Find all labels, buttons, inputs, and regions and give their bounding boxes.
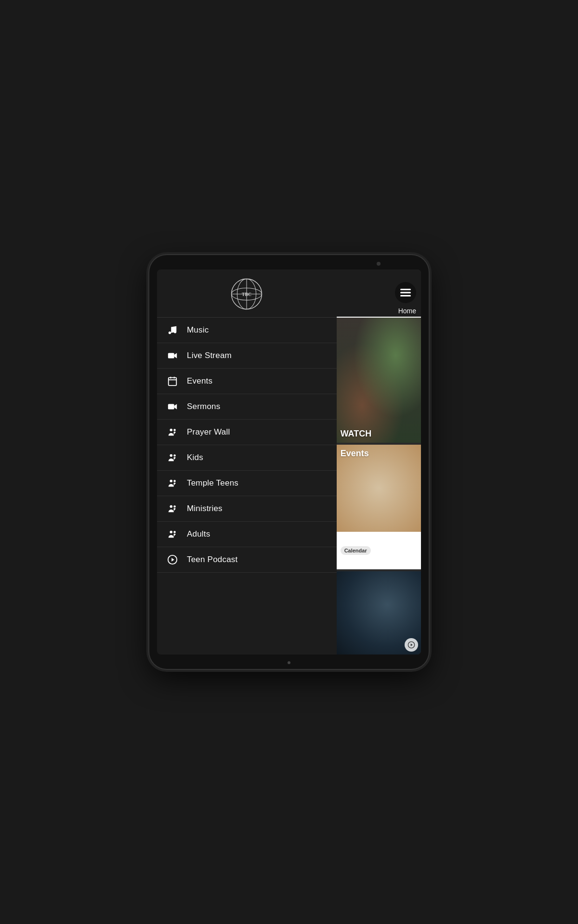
- share-icon: [407, 641, 415, 649]
- camera: [377, 262, 381, 266]
- events-bottom: Calendar: [337, 532, 421, 569]
- sidebar-item-teen-podcast-label: Teen Podcast: [187, 555, 237, 565]
- sidebar-item-events-label: Events: [187, 376, 212, 386]
- svg-point-21: [173, 531, 176, 533]
- svg-point-20: [170, 531, 173, 534]
- sidebar-item-music-label: Music: [187, 325, 209, 335]
- people-icon-prayer: [167, 426, 178, 438]
- svg-point-15: [173, 454, 176, 457]
- svg-rect-11: [168, 404, 174, 410]
- sidebar-item-events[interactable]: Events: [157, 369, 337, 394]
- svg-point-17: [173, 480, 176, 482]
- sidebar-item-music[interactable]: Music: [157, 318, 337, 343]
- people-icon-adults: [167, 528, 178, 540]
- svg-marker-23: [171, 558, 174, 561]
- svg-point-14: [170, 454, 173, 457]
- home-indicator: [288, 661, 290, 664]
- watch-card[interactable]: WATCH: [337, 318, 421, 443]
- svg-point-19: [173, 505, 176, 508]
- svg-point-13: [173, 429, 176, 431]
- people-icon-teens: [167, 477, 178, 489]
- sidebar-item-ministries-label: Ministries: [187, 504, 223, 513]
- home-tab[interactable]: Home: [337, 303, 421, 318]
- sidebar-item-adults-label: Adults: [187, 529, 210, 539]
- sidebar-item-live-stream[interactable]: Live Stream: [157, 343, 337, 369]
- svg-rect-26: [400, 295, 411, 296]
- sidebar-item-temple-teens[interactable]: Temple Teens: [157, 471, 337, 496]
- sidebar-item-temple-teens-label: Temple Teens: [187, 478, 238, 488]
- video-icon-live: [167, 350, 178, 361]
- hamburger-icon: [400, 289, 411, 296]
- right-header: Home: [337, 270, 421, 318]
- play-icon-podcast: [167, 554, 178, 565]
- watch-card-label: WATCH: [341, 429, 372, 439]
- sidebar-item-adults[interactable]: Adults: [157, 522, 337, 547]
- music-icon: [167, 324, 178, 336]
- events-card-label: Events: [341, 449, 369, 459]
- bottom-icon: [405, 638, 418, 652]
- sidebar-header: TBC: [157, 270, 337, 318]
- video-icon-sermons: [167, 401, 178, 412]
- sidebar-item-sermons[interactable]: Sermons: [157, 394, 337, 420]
- dark-card[interactable]: [337, 571, 421, 654]
- sidebar-item-live-stream-label: Live Stream: [187, 351, 232, 360]
- tablet-frame: TBC Music: [149, 255, 429, 669]
- content-cards: WATCH Events Calendar: [337, 318, 421, 654]
- svg-rect-7: [169, 378, 177, 386]
- calendar-icon: [167, 375, 178, 387]
- sidebar-item-teen-podcast[interactable]: Teen Podcast: [157, 547, 337, 573]
- logo-globe: TBC: [230, 277, 263, 311]
- sidebar-item-prayer-wall-label: Prayer Wall: [187, 427, 230, 437]
- sidebar-item-kids-label: Kids: [187, 453, 203, 462]
- people-icon-kids: [167, 452, 178, 463]
- sidebar-item-sermons-label: Sermons: [187, 402, 220, 411]
- tablet-screen: TBC Music: [157, 270, 421, 654]
- svg-point-18: [170, 505, 173, 508]
- right-panel: Home WATCH Events Calendar: [337, 270, 421, 654]
- people-icon-ministries: [167, 503, 178, 514]
- calendar-button[interactable]: Calendar: [341, 546, 371, 555]
- svg-rect-25: [400, 292, 411, 294]
- svg-point-16: [170, 480, 173, 483]
- svg-rect-24: [400, 289, 411, 290]
- sidebar-item-kids[interactable]: Kids: [157, 445, 337, 471]
- sidebar: TBC Music: [157, 270, 337, 654]
- menu-button[interactable]: [395, 282, 416, 303]
- svg-marker-28: [411, 643, 413, 646]
- events-card[interactable]: Events Calendar: [337, 445, 421, 570]
- watch-card-bg: [337, 318, 421, 443]
- sidebar-item-ministries[interactable]: Ministries: [157, 496, 337, 522]
- nav-list: Music Live Stream: [157, 318, 337, 654]
- svg-rect-6: [168, 353, 174, 359]
- sidebar-item-prayer-wall[interactable]: Prayer Wall: [157, 420, 337, 445]
- svg-text:TBC: TBC: [242, 292, 251, 297]
- home-tab-label: Home: [398, 307, 416, 315]
- svg-point-12: [170, 429, 173, 432]
